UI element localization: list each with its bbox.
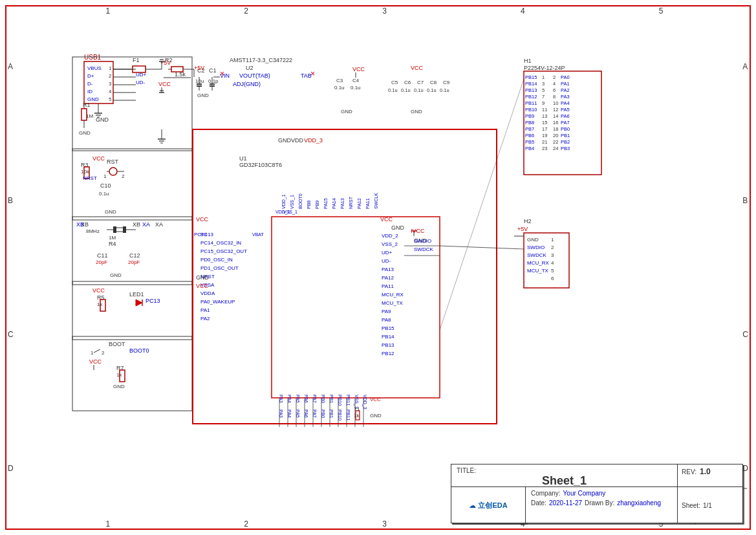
svg-text:LED1: LED1 [129, 291, 144, 298]
svg-text:1: 1 [542, 74, 545, 80]
svg-text:C4: C4 [352, 78, 360, 83]
svg-text:AMST117-3.3_C347222: AMST117-3.3_C347222 [230, 57, 292, 63]
svg-text:PA5: PA5 [561, 107, 570, 113]
svg-text:6: 6 [553, 87, 556, 93]
schematic-container: 1 2 3 4 5 1 2 3 4 5 A B C D A B C D USB1… [0, 0, 756, 535]
svg-text:NRST: NRST [83, 175, 97, 181]
svg-text:VDD_1: VDD_1 [281, 194, 286, 209]
svg-text:PA1: PA1 [561, 81, 570, 87]
svg-text:PA13: PA13 [340, 198, 345, 209]
company-label: Company: [531, 490, 561, 497]
svg-text:GND: GND [411, 109, 422, 115]
svg-text:P2254V-12-24P: P2254V-12-24P [524, 65, 565, 71]
svg-text:VSS_1: VSS_1 [290, 195, 295, 209]
svg-rect-193 [193, 129, 497, 424]
svg-text:PB12: PB12 [382, 351, 394, 356]
svg-text:20pF: 20pF [96, 259, 107, 265]
svg-text:1M: 1M [86, 113, 93, 119]
svg-text:PA3: PA3 [561, 94, 570, 100]
svg-text:XB: XB [76, 221, 84, 228]
svg-text:0.1u: 0.1u [388, 87, 398, 93]
svg-text:PA4: PA4 [561, 100, 570, 106]
svg-text:UD-: UD- [136, 80, 146, 85]
svg-text:GND: GND [341, 109, 352, 115]
svg-text:3: 3 [109, 81, 112, 87]
svg-text:MCU_TX: MCU_TX [382, 300, 404, 306]
svg-text:0.1p: 0.1p [208, 78, 219, 84]
svg-text:C8: C8 [430, 80, 437, 85]
svg-text:4: 4 [109, 89, 112, 94]
svg-text:C12: C12 [129, 252, 140, 259]
svg-text:PB7: PB7 [525, 126, 534, 132]
svg-text:GND: GND [196, 274, 210, 281]
svg-text:GND: GND [79, 130, 91, 136]
svg-text:R4: R4 [109, 241, 116, 247]
svg-text:2: 2 [553, 74, 556, 80]
svg-text:0.1u: 0.1u [99, 191, 109, 197]
svg-text:VDDA: VDDA [200, 290, 215, 296]
svg-text:8MHz: 8MHz [86, 228, 100, 234]
svg-text:PA2: PA2 [561, 87, 570, 93]
svg-text:7: 7 [542, 94, 545, 100]
sheet-label: Sheet: [682, 502, 700, 509]
svg-text:PB8: PB8 [307, 201, 311, 209]
svg-text:PD0_OSC_IN: PD0_OSC_IN [200, 257, 233, 263]
svg-text:PB10: PB10 [525, 107, 537, 113]
svg-text:C5: C5 [391, 80, 398, 85]
svg-text:1: 1 [551, 237, 554, 243]
svg-text:PA11: PA11 [365, 198, 370, 209]
svg-text:PA12: PA12 [382, 275, 394, 281]
svg-text:PA7: PA7 [561, 120, 570, 126]
svg-text:8: 8 [553, 94, 556, 100]
svg-text:MCU_RX: MCU_RX [527, 260, 549, 266]
svg-line-184 [94, 349, 100, 353]
svg-text:PA8: PA8 [382, 317, 391, 323]
svg-text:3: 3 [542, 81, 545, 87]
svg-text:PB2: PB2 [561, 139, 570, 145]
svg-text:BOOT0: BOOT0 [298, 193, 303, 209]
svg-text:MCU_TX: MCU_TX [527, 268, 549, 274]
logo-icon: ☁ 立创EDA [469, 501, 507, 510]
drawn-value: zhangxiaoheng [617, 499, 661, 507]
svg-text:PB3: PB3 [561, 146, 570, 151]
svg-text:UD+: UD+ [382, 250, 393, 256]
svg-text:0.1u: 0.1u [440, 87, 449, 93]
svg-text:GND: GND [370, 413, 382, 419]
svg-text:×: × [310, 69, 315, 78]
svg-text:0.1u: 0.1u [414, 87, 424, 93]
svg-text:PA0: PA0 [561, 74, 570, 80]
svg-text:VOUT(TAB): VOUT(TAB) [239, 72, 270, 79]
svg-text:0.1u: 0.1u [351, 85, 361, 91]
svg-text:XA: XA [142, 221, 150, 228]
svg-text:2: 2 [122, 173, 125, 179]
svg-text:SWCLK: SWCLK [374, 193, 378, 209]
svg-text:PC13: PC13 [194, 232, 208, 237]
svg-text:PA13: PA13 [382, 267, 394, 272]
svg-text:XB: XB [133, 221, 140, 228]
svg-text:PB0: PB0 [561, 126, 570, 132]
svg-text:GND: GND [105, 209, 116, 215]
svg-text:5: 5 [109, 96, 112, 102]
svg-text:11: 11 [542, 107, 547, 113]
svg-text:XA: XA [155, 221, 163, 228]
schematic-svg: USB1 VBUS D+ D- ID GND 1 2 3 4 5 GND F1 … [0, 0, 756, 535]
svg-text:PC14_OSC32_IN: PC14_OSC32_IN [200, 240, 241, 246]
svg-text:H1: H1 [524, 58, 532, 64]
drawn-label: Drawn By: [585, 499, 614, 507]
svg-text:VCC: VCC [380, 216, 393, 223]
svg-text:20pF: 20pF [128, 259, 140, 265]
svg-text:9: 9 [542, 100, 545, 106]
svg-text:1M: 1M [109, 235, 116, 241]
svg-text:VDD_3: VDD_3 [362, 395, 367, 409]
svg-text:1: 1 [103, 173, 107, 179]
svg-text:6: 6 [551, 276, 554, 281]
svg-text:C1: C1 [209, 67, 217, 74]
svg-text:PB9: PB9 [315, 201, 319, 209]
svg-text:20: 20 [553, 133, 558, 138]
svg-text:VCC: VCC [411, 65, 424, 71]
svg-text:VCC: VCC [92, 287, 105, 294]
svg-text:+5V: +5V [517, 226, 528, 232]
svg-text:C6: C6 [404, 80, 411, 85]
svg-text:BOOT: BOOT [109, 341, 125, 347]
svg-text:GND: GND [197, 93, 209, 98]
